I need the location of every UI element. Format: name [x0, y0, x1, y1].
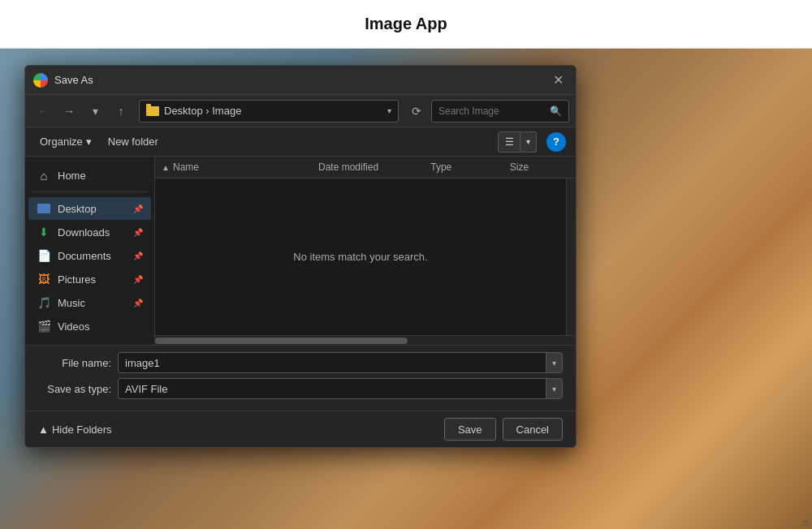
- documents-icon: 📄: [37, 248, 51, 263]
- sidebar-label-documents: Documents: [58, 250, 127, 262]
- downloads-icon: ⬇: [37, 225, 51, 239]
- address-bar[interactable]: Desktop › Image ▾: [139, 100, 399, 123]
- dialog-titlebar: Save As ✕: [25, 66, 576, 95]
- new-folder-button[interactable]: New folder: [103, 132, 163, 151]
- app-title-bar: Image App: [0, 0, 812, 49]
- filetype-dropdown-button[interactable]: ▾: [546, 379, 562, 398]
- h-scrollbar-thumb: [155, 338, 408, 344]
- search-icon: 🔍: [550, 105, 562, 117]
- filename-dropdown-button[interactable]: ▾: [546, 353, 562, 372]
- view-mode-button[interactable]: ☰: [498, 131, 520, 153]
- filename-input-wrapper[interactable]: ▾: [118, 352, 563, 373]
- desktop-pin-icon: 📌: [133, 204, 143, 213]
- dialog-footer: ▲ Hide Folders Save Cancel: [25, 411, 576, 447]
- filename-row: File name: ▾: [38, 352, 563, 373]
- sidebar-label-home: Home: [58, 170, 143, 182]
- forward-button[interactable]: →: [58, 100, 80, 123]
- empty-message: No items match your search.: [293, 251, 427, 263]
- hide-folders-button[interactable]: ▲ Hide Folders: [38, 424, 112, 436]
- music-pin-icon: 📌: [133, 299, 143, 308]
- filetype-input-wrapper[interactable]: ▾: [118, 378, 563, 399]
- sidebar-item-downloads[interactable]: ⬇ Downloads 📌: [28, 221, 151, 243]
- sidebar-item-music[interactable]: 🎵 Music 📌: [28, 291, 151, 314]
- sidebar-label-downloads: Downloads: [58, 226, 127, 239]
- sidebar-label-desktop: Desktop: [58, 203, 127, 215]
- sidebar: ⌂ Home Desktop 📌 ⬇: [25, 157, 155, 345]
- downloads-pin-icon: 📌: [133, 228, 143, 237]
- hide-folders-label: Hide Folders: [52, 424, 112, 436]
- dialog-form: File name: ▾ Save as type: ▾: [25, 345, 576, 411]
- music-icon: 🎵: [37, 295, 51, 310]
- filetype-row: Save as type: ▾: [38, 378, 563, 399]
- search-input[interactable]: [438, 105, 550, 117]
- filename-label: File name:: [38, 357, 111, 369]
- pictures-icon: 🖼: [37, 272, 51, 286]
- pictures-pin-icon: 📌: [133, 275, 143, 284]
- dialog-toolbar: Organize ▾ New folder ☰ ▾ ?: [25, 127, 576, 157]
- file-list-area: ▲ Name Date modified Type Size No items …: [155, 157, 576, 345]
- horizontal-scrollbar[interactable]: [155, 335, 576, 345]
- google-icon: [33, 73, 48, 88]
- documents-pin-icon: 📌: [133, 252, 143, 260]
- close-button[interactable]: ✕: [548, 71, 568, 90]
- sidebar-label-music: Music: [58, 297, 127, 309]
- view-controls: ☰ ▾: [498, 131, 537, 153]
- column-header-name[interactable]: Name: [166, 157, 312, 178]
- sidebar-item-desktop[interactable]: Desktop 📌: [28, 197, 151, 220]
- sidebar-label-videos: Videos: [58, 320, 143, 333]
- sidebar-item-videos[interactable]: 🎬 Videos: [28, 315, 151, 338]
- file-list-header: ▲ Name Date modified Type Size: [155, 157, 576, 178]
- column-header-date[interactable]: Date modified: [312, 157, 424, 178]
- desktop-icon: [37, 201, 51, 216]
- filename-input[interactable]: [125, 357, 539, 369]
- help-button[interactable]: ?: [546, 132, 566, 152]
- file-list-body: No items match your search.: [155, 178, 566, 335]
- organize-label: Organize: [40, 135, 83, 148]
- up-button[interactable]: ↑: [110, 100, 132, 123]
- sidebar-label-pictures: Pictures: [58, 273, 127, 286]
- dialog-title: Save As: [54, 74, 548, 86]
- save-button[interactable]: Save: [444, 418, 496, 441]
- videos-icon: 🎬: [37, 319, 51, 333]
- dialog-content: ⌂ Home Desktop 📌 ⬇: [25, 157, 576, 345]
- back-button[interactable]: ←: [32, 100, 54, 123]
- save-as-dialog: Save As ✕ ← → ▾ ↑ Desktop › Image ▾ ⟳ 🔍 …: [24, 65, 577, 448]
- filetype-label: Save as type:: [38, 383, 111, 395]
- search-bar[interactable]: 🔍: [431, 100, 569, 123]
- view-dropdown-button[interactable]: ▾: [520, 131, 537, 153]
- organize-button[interactable]: Organize ▾: [35, 132, 97, 151]
- app-title: Image App: [365, 15, 447, 33]
- cancel-button[interactable]: Cancel: [503, 418, 563, 441]
- organize-dropdown-icon: ▾: [86, 135, 92, 148]
- footer-actions: Save Cancel: [444, 418, 563, 441]
- sidebar-item-documents[interactable]: 📄 Documents 📌: [28, 244, 151, 267]
- dialog-overlay: Save As ✕ ← → ▾ ↑ Desktop › Image ▾ ⟳ 🔍 …: [0, 49, 812, 529]
- filetype-input[interactable]: [125, 383, 539, 395]
- file-list-body-wrapper: No items match your search.: [155, 178, 576, 335]
- sidebar-divider: [32, 191, 148, 192]
- dialog-navbar: ← → ▾ ↑ Desktop › Image ▾ ⟳ 🔍: [25, 95, 576, 127]
- refresh-button[interactable]: ⟳: [405, 100, 428, 123]
- sidebar-item-pictures[interactable]: 🖼 Pictures 📌: [28, 268, 151, 290]
- hide-folders-chevron-icon: ▲: [38, 424, 49, 436]
- dropdown-button[interactable]: ▾: [84, 100, 106, 123]
- column-header-size[interactable]: Size: [503, 157, 569, 178]
- address-text: Desktop › Image: [164, 105, 384, 117]
- column-header-type[interactable]: Type: [424, 157, 503, 178]
- folder-icon: [146, 106, 159, 116]
- vertical-scrollbar[interactable]: [566, 178, 576, 335]
- address-dropdown-icon[interactable]: ▾: [387, 106, 391, 115]
- sidebar-item-home[interactable]: ⌂ Home: [28, 164, 151, 187]
- home-icon: ⌂: [37, 168, 51, 183]
